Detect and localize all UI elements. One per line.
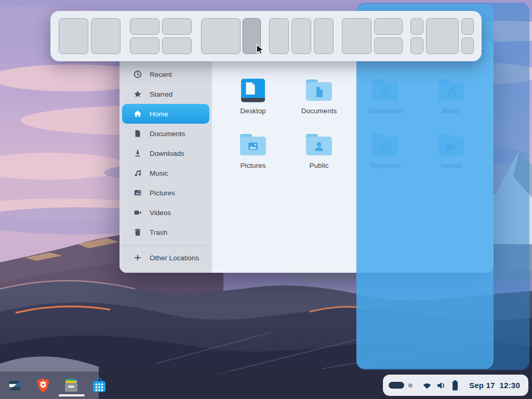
- battery-icon[interactable]: [451, 380, 459, 391]
- sidebar-item-label: Music: [150, 169, 168, 177]
- tile-cell[interactable]: [374, 18, 403, 35]
- tile-cell[interactable]: [410, 18, 423, 35]
- sidebar-item-music[interactable]: Music: [119, 163, 212, 183]
- sidebar-item-label: Home: [150, 110, 168, 118]
- home-icon: [134, 110, 142, 118]
- tile-cell[interactable]: [162, 37, 192, 54]
- sidebar-item-other-locations[interactable]: Other Locations: [119, 248, 212, 268]
- system-tray[interactable]: Sep 17 12:30: [383, 375, 528, 396]
- tile-cell[interactable]: [269, 18, 289, 54]
- sidebar-item-label: Starred: [150, 90, 172, 98]
- folder-label: Desktop: [225, 107, 281, 115]
- files-app-icon: [62, 377, 80, 394]
- zorin-logo-icon: [6, 377, 24, 394]
- desktop-folder-icon: [238, 78, 268, 103]
- software-store-icon: [90, 377, 108, 394]
- brave-browser-button[interactable]: [34, 377, 52, 394]
- tile-cell[interactable]: [426, 18, 459, 54]
- wifi-icon[interactable]: [422, 381, 432, 390]
- pictures-icon: [134, 189, 142, 197]
- sidebar-item-label: Documents: [150, 130, 185, 138]
- folder-label: Documents: [291, 107, 347, 115]
- tile-cell-highlighted[interactable]: [243, 18, 261, 54]
- tile-cell[interactable]: [130, 37, 159, 54]
- folder-label: Public: [291, 162, 347, 169]
- folder-desktop[interactable]: Desktop: [225, 78, 281, 115]
- sidebar-item-label: Recent: [150, 71, 172, 78]
- sidebar-divider: [119, 245, 212, 246]
- sidebar-item-starred[interactable]: Starred: [119, 84, 212, 104]
- tile-cell[interactable]: [461, 37, 474, 54]
- document-icon: [134, 129, 142, 138]
- window-tiling-popup: [50, 11, 482, 61]
- public-folder-icon: [304, 132, 334, 157]
- tile-cell[interactable]: [91, 18, 121, 54]
- workspace-pill-indicator[interactable]: [389, 382, 404, 389]
- tile-layout-wide-left-stacked-right[interactable]: [342, 18, 403, 54]
- folder-documents[interactable]: Documents: [291, 78, 347, 115]
- software-store-button[interactable]: [90, 377, 108, 394]
- tile-layout-quad-grid[interactable]: [130, 18, 192, 54]
- sidebar-item-home[interactable]: Home: [122, 104, 209, 124]
- sidebar-item-label: Downloads: [150, 150, 184, 157]
- tile-cell[interactable]: [461, 18, 474, 35]
- documents-folder-icon: [304, 78, 334, 103]
- pictures-folder-icon: [238, 132, 268, 157]
- files-active-indicator: [59, 394, 85, 396]
- tile-cell[interactable]: [59, 18, 88, 54]
- sidebar-item-documents[interactable]: Documents: [119, 124, 212, 143]
- tile-cell[interactable]: [291, 18, 311, 54]
- tile-cell[interactable]: [374, 37, 403, 54]
- brave-icon: [34, 377, 52, 394]
- sidebar-item-label: Trash: [150, 229, 167, 236]
- tile-cell[interactable]: [162, 18, 192, 35]
- tile-cell[interactable]: [130, 18, 159, 35]
- trash-icon: [134, 228, 142, 236]
- tile-cell[interactable]: [410, 37, 423, 54]
- sidebar-item-recent[interactable]: Recent: [119, 64, 212, 84]
- star-icon: [134, 90, 142, 98]
- tile-layout-narrow-sides-wide-center[interactable]: [410, 18, 474, 54]
- zorin-menu-button[interactable]: [6, 377, 24, 394]
- taskbar: Sep 17 12:30: [0, 371, 532, 399]
- tile-layout-wide-left-narrow-right[interactable]: [201, 18, 261, 54]
- sidebar-item-label: Videos: [150, 209, 171, 217]
- sidebar-item-label: Other Locations: [150, 254, 199, 262]
- tile-layout-three-columns[interactable]: [269, 18, 334, 54]
- file-manager-sidebar: Recent Starred Home: [119, 61, 212, 273]
- music-icon: [134, 169, 142, 177]
- tile-layout-two-columns[interactable]: [59, 18, 121, 54]
- clock-time: 12:30: [500, 381, 520, 390]
- recent-icon: [134, 70, 142, 78]
- sidebar-item-pictures[interactable]: Pictures: [119, 183, 212, 203]
- clock-date: Sep 17: [469, 381, 495, 390]
- download-icon: [134, 149, 142, 157]
- folder-public[interactable]: Public: [291, 132, 347, 169]
- sidebar-item-trash[interactable]: Trash: [119, 222, 212, 242]
- tile-cell[interactable]: [342, 18, 371, 54]
- sidebar-item-downloads[interactable]: Downloads: [119, 143, 212, 163]
- sidebar-item-videos[interactable]: Videos: [119, 203, 212, 222]
- tile-cell[interactable]: [314, 18, 334, 54]
- files-app-button[interactable]: [62, 377, 80, 394]
- volume-icon[interactable]: [436, 381, 447, 390]
- plus-icon: [134, 254, 142, 262]
- sidebar-item-label: Pictures: [150, 189, 175, 197]
- tile-cell[interactable]: [201, 18, 241, 54]
- folder-pictures[interactable]: Pictures: [225, 132, 281, 169]
- desktop-screen: × Recent Starred: [0, 0, 532, 399]
- folder-label: Pictures: [225, 162, 281, 169]
- videos-icon: [134, 208, 142, 217]
- workspace-dot-indicator[interactable]: [408, 383, 413, 388]
